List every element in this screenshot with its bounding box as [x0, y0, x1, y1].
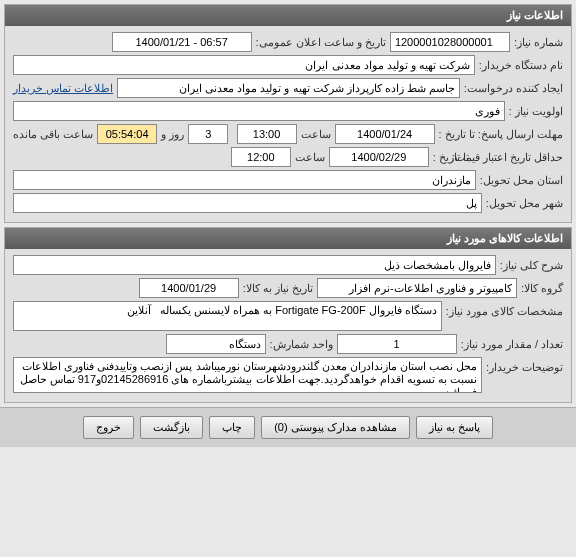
- reply-button[interactable]: پاسخ به نیاز: [416, 416, 493, 439]
- desc-label: شرح کلی نیاز:: [500, 259, 563, 272]
- spec-textarea[interactable]: [13, 301, 442, 331]
- goods-info-panel: اطلاعات کالاهای مورد نیاز شرح کلی نیاز: …: [4, 227, 572, 403]
- city-input[interactable]: [13, 193, 482, 213]
- priority-label: اولویت نیاز :: [509, 105, 563, 118]
- buyer-label: نام دستگاه خریدار:: [479, 59, 563, 72]
- announce-input[interactable]: [112, 32, 252, 52]
- need-by-input[interactable]: [139, 278, 239, 298]
- creator-label: ایجاد کننده درخواست:: [464, 82, 563, 95]
- need-no-input[interactable]: [390, 32, 510, 52]
- need-info-body: شماره نیاز: تاریخ و ساعت اعلان عمومی: نا…: [5, 26, 571, 222]
- notes-textarea[interactable]: [13, 357, 482, 393]
- goods-info-body: شرح کلی نیاز: گروه کالا: تاریخ نیاز به ک…: [5, 249, 571, 402]
- qty-label: تعداد / مقدار مورد نیاز:: [461, 338, 563, 351]
- unit-input[interactable]: [166, 334, 266, 354]
- deadline-time-input[interactable]: [237, 124, 297, 144]
- until-label: تا تاریخ :: [433, 151, 469, 164]
- qty-input[interactable]: [337, 334, 457, 354]
- days-label: روز و: [161, 128, 184, 141]
- creator-input[interactable]: [117, 78, 460, 98]
- attachments-button[interactable]: مشاهده مدارک پیوستی (0): [261, 416, 410, 439]
- days-input[interactable]: [188, 124, 228, 144]
- remain-time-input: [97, 124, 157, 144]
- saat-label-2: ساعت: [295, 151, 325, 164]
- valid-time-input[interactable]: [231, 147, 291, 167]
- valid-date-input[interactable]: [329, 147, 429, 167]
- need-by-label: تاریخ نیاز به کالا:: [243, 282, 313, 295]
- need-info-header: اطلاعات نیاز: [5, 5, 571, 26]
- desc-input[interactable]: [13, 255, 496, 275]
- goods-info-header: اطلاعات کالاهای مورد نیاز: [5, 228, 571, 249]
- print-button[interactable]: چاپ: [209, 416, 255, 439]
- spec-label: مشخصات کالای مورد نیاز:: [446, 301, 563, 318]
- need-info-panel: اطلاعات نیاز شماره نیاز: تاریخ و ساعت اع…: [4, 4, 572, 223]
- min-valid-label: حداقل تاریخ اعتبار قیمت:: [473, 151, 563, 164]
- buyer-contact-link[interactable]: اطلاعات تماس خریدار: [13, 82, 113, 95]
- province-input[interactable]: [13, 170, 476, 190]
- province-label: استان محل تحویل:: [480, 174, 563, 187]
- priority-input[interactable]: [13, 101, 505, 121]
- buyer-input[interactable]: [13, 55, 475, 75]
- unit-label: واحد شمارش:: [270, 338, 333, 351]
- city-label: شهر محل تحویل:: [486, 197, 563, 210]
- button-bar: پاسخ به نیاز مشاهده مدارک پیوستی (0) چاپ…: [0, 407, 576, 447]
- group-input[interactable]: [317, 278, 517, 298]
- notes-label: توضیحات خریدار:: [486, 357, 563, 374]
- remain-label: ساعت باقی مانده: [13, 128, 93, 141]
- saat-label-1: ساعت: [301, 128, 331, 141]
- deadline-label: مهلت ارسال پاسخ: تا تاریخ :: [439, 128, 563, 141]
- announce-label: تاریخ و ساعت اعلان عمومی:: [256, 36, 386, 49]
- group-label: گروه کالا:: [521, 282, 563, 295]
- deadline-date-input[interactable]: [335, 124, 435, 144]
- exit-button[interactable]: خروج: [83, 416, 134, 439]
- need-no-label: شماره نیاز:: [514, 36, 563, 49]
- back-button[interactable]: بازگشت: [140, 416, 203, 439]
